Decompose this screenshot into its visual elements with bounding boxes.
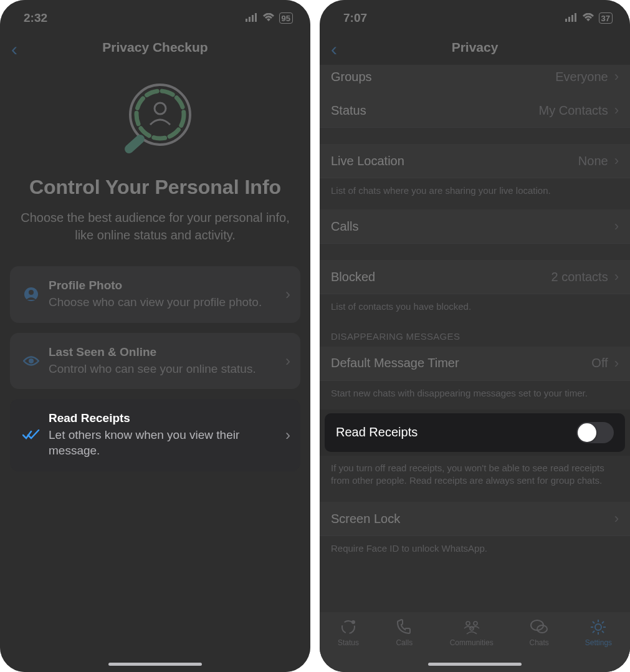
battery-icon: 37 <box>599 12 613 24</box>
status-icons: 95 <box>246 11 293 25</box>
row-value: None <box>578 154 608 168</box>
tab-communities[interactable]: Communities <box>450 618 494 647</box>
chevron-right-icon: › <box>280 426 290 444</box>
row-groups[interactable]: Groups Everyone › <box>320 65 630 94</box>
row-label: Groups <box>331 70 555 84</box>
tab-label: Chats <box>530 638 549 647</box>
card-desc: Let others know when you view their mess… <box>49 428 280 458</box>
row-label: Default Message Timer <box>331 356 591 370</box>
phone-icon <box>395 618 414 636</box>
chevron-right-icon: › <box>280 352 290 370</box>
app-header: ‹ Privacy <box>320 30 630 65</box>
tab-status[interactable]: Status <box>338 618 359 647</box>
svg-rect-0 <box>246 19 247 22</box>
svg-rect-7 <box>123 133 146 155</box>
row-status[interactable]: Status My Contacts › <box>320 94 630 128</box>
card-last-seen[interactable]: Last Seen & Online Control who can see y… <box>10 333 300 390</box>
svg-line-30 <box>593 631 594 633</box>
toggle-knob <box>578 423 596 442</box>
hero-title: Control Your Personal Info <box>10 176 300 199</box>
disappearing-header: Disappearing Messages <box>320 317 630 347</box>
svg-point-10 <box>29 358 34 363</box>
chevron-right-icon: › <box>614 511 619 527</box>
blocked-note: List of contacts you have blocked. <box>320 294 630 317</box>
status-time: 2:32 <box>24 11 47 25</box>
tab-label: Status <box>338 638 359 647</box>
tab-chats[interactable]: Chats <box>530 618 549 647</box>
row-label: Read Receipts <box>336 425 576 439</box>
row-label: Screen Lock <box>331 512 614 526</box>
eye-icon <box>20 355 42 367</box>
svg-rect-3 <box>255 13 257 22</box>
home-indicator[interactable] <box>108 663 202 666</box>
card-title: Last Seen & Online <box>49 345 280 359</box>
timer-note: Start new chats with disappearing messag… <box>320 381 630 403</box>
svg-rect-12 <box>568 17 570 22</box>
card-desc: Choose who can view your profile photo. <box>49 295 280 310</box>
chevron-right-icon: › <box>614 69 619 85</box>
chevron-right-icon: › <box>614 355 619 372</box>
card-read-receipts[interactable]: Read Receipts Let others know when you v… <box>10 399 300 471</box>
tab-calls[interactable]: Calls <box>395 618 414 647</box>
communities-icon <box>462 618 481 636</box>
tab-label: Calls <box>396 638 413 647</box>
card-profile-photo[interactable]: Profile Photo Choose who can view your p… <box>10 266 300 323</box>
hero-subtitle: Choose the best audience for your person… <box>10 209 300 244</box>
tab-label: Communities <box>450 638 494 647</box>
svg-line-28 <box>602 631 604 633</box>
page-title: Privacy Checkup <box>102 40 208 55</box>
row-calls[interactable]: Calls › <box>320 209 630 244</box>
svg-rect-11 <box>565 19 567 22</box>
chevron-right-icon: › <box>280 286 290 303</box>
row-live-location[interactable]: Live Location None › <box>320 144 630 178</box>
card-title: Profile Photo <box>49 279 280 292</box>
battery-icon: 95 <box>279 12 293 24</box>
cellular-icon <box>565 11 578 25</box>
gear-icon <box>589 618 608 636</box>
settings-list: Groups Everyone › Status My Contacts › L… <box>320 65 630 624</box>
svg-line-29 <box>602 622 604 623</box>
svg-point-18 <box>474 622 477 625</box>
double-check-icon <box>20 430 42 441</box>
read-receipts-note: If you turn off read receipts, you won't… <box>320 456 630 491</box>
svg-point-16 <box>351 620 355 624</box>
svg-line-27 <box>593 622 594 623</box>
row-label: Status <box>331 103 539 118</box>
svg-rect-2 <box>252 15 254 22</box>
page-title: Privacy <box>452 40 499 55</box>
chevron-right-icon: › <box>614 153 619 169</box>
status-bar: 2:32 95 <box>0 0 310 30</box>
card-title: Read Receipts <box>49 411 280 425</box>
row-read-receipts[interactable]: Read Receipts <box>325 413 625 452</box>
tab-label: Settings <box>585 638 612 647</box>
read-receipts-toggle[interactable] <box>576 422 614 443</box>
row-label: Blocked <box>331 270 551 284</box>
status-time: 7:07 <box>343 11 367 25</box>
back-button[interactable]: ‹ <box>331 39 337 60</box>
row-value: Everyone <box>555 70 608 84</box>
back-button[interactable]: ‹ <box>11 39 17 60</box>
wifi-icon <box>262 11 275 25</box>
app-header: ‹ Privacy Checkup <box>0 30 310 65</box>
row-value: My Contacts <box>539 103 608 118</box>
row-value: Off <box>591 356 608 370</box>
svg-point-9 <box>29 290 34 295</box>
cellular-icon <box>246 11 258 25</box>
tab-settings[interactable]: Settings <box>585 618 612 647</box>
row-screen-lock[interactable]: Screen Lock › <box>320 502 630 536</box>
live-location-note: List of chats where you are sharing your… <box>320 178 630 201</box>
wifi-icon <box>582 11 594 25</box>
row-message-timer[interactable]: Default Message Timer Off › <box>320 347 630 381</box>
screen-privacy-checkup: 2:32 95 ‹ Privacy Checkup Control Your P… <box>0 0 310 672</box>
screen-lock-note: Require Face ID to unlock WhatsApp. <box>320 536 630 623</box>
row-blocked[interactable]: Blocked 2 contacts › <box>320 260 630 294</box>
chats-icon <box>530 618 548 636</box>
svg-point-22 <box>595 624 601 630</box>
row-label: Calls <box>331 219 614 234</box>
svg-point-6 <box>155 103 166 114</box>
status-bar: 7:07 37 <box>320 0 630 30</box>
home-indicator[interactable] <box>428 663 522 666</box>
svg-point-17 <box>466 622 470 625</box>
chevron-right-icon: › <box>614 269 619 285</box>
row-label: Live Location <box>331 154 578 168</box>
